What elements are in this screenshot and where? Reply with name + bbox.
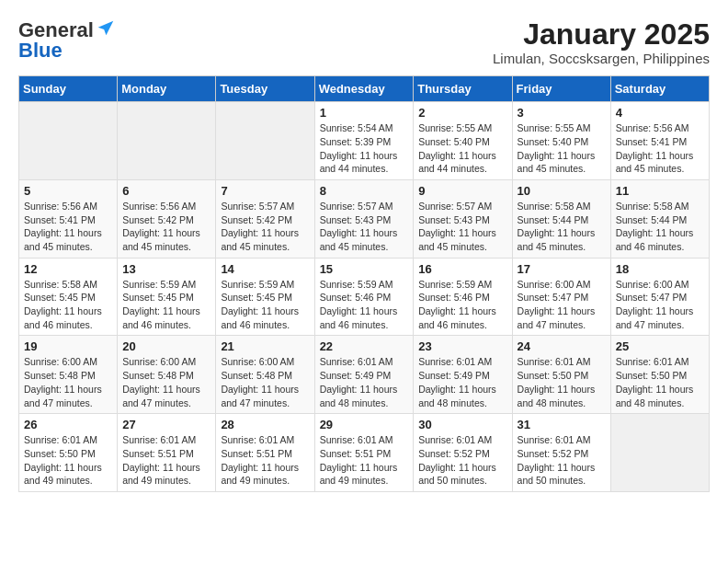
calendar-cell: 9Sunrise: 5:57 AM Sunset: 5:43 PM Daylig…: [414, 179, 512, 258]
day-detail: Sunrise: 5:59 AM Sunset: 5:46 PM Dayligh…: [418, 278, 506, 332]
day-number: 18: [616, 262, 704, 276]
day-number: 13: [122, 262, 210, 276]
page-header: General Blue January 2025 Limulan, Soccs…: [18, 18, 710, 66]
calendar-title: January 2025: [493, 18, 710, 51]
day-number: 24: [518, 339, 606, 353]
week-row-5: 26Sunrise: 6:01 AM Sunset: 5:50 PM Dayli…: [19, 414, 710, 492]
day-detail: Sunrise: 6:01 AM Sunset: 5:50 PM Dayligh…: [616, 355, 704, 409]
calendar-cell: 3Sunrise: 5:55 AM Sunset: 5:40 PM Daylig…: [512, 102, 610, 180]
calendar-cell: 5Sunrise: 5:56 AM Sunset: 5:41 PM Daylig…: [19, 179, 118, 258]
week-row-4: 19Sunrise: 6:00 AM Sunset: 5:48 PM Dayli…: [19, 336, 710, 414]
calendar-cell: [118, 102, 216, 180]
day-detail: Sunrise: 5:58 AM Sunset: 5:45 PM Dayligh…: [24, 278, 112, 332]
day-detail: Sunrise: 6:01 AM Sunset: 5:49 PM Dayligh…: [320, 355, 409, 409]
calendar-cell: 18Sunrise: 6:00 AM Sunset: 5:47 PM Dayli…: [610, 258, 709, 336]
day-number: 21: [221, 339, 309, 353]
day-number: 10: [518, 184, 606, 198]
calendar-cell: 30Sunrise: 6:01 AM Sunset: 5:52 PM Dayli…: [414, 414, 512, 492]
calendar-cell: 28Sunrise: 6:01 AM Sunset: 5:51 PM Dayli…: [216, 414, 314, 492]
day-number: 9: [418, 184, 506, 198]
calendar-cell: 26Sunrise: 6:01 AM Sunset: 5:50 PM Dayli…: [19, 414, 118, 492]
day-number: 31: [518, 418, 606, 431]
day-detail: Sunrise: 6:01 AM Sunset: 5:51 PM Dayligh…: [122, 433, 210, 488]
calendar-cell: 1Sunrise: 5:54 AM Sunset: 5:39 PM Daylig…: [314, 102, 414, 180]
calendar-cell: 22Sunrise: 6:01 AM Sunset: 5:49 PM Dayli…: [314, 336, 414, 414]
day-number: 15: [320, 262, 409, 276]
title-block: January 2025 Limulan, Soccsksargen, Phil…: [493, 18, 710, 66]
calendar-cell: 4Sunrise: 5:56 AM Sunset: 5:41 PM Daylig…: [610, 102, 709, 180]
day-header-thursday: Thursday: [414, 76, 512, 102]
day-number: 23: [418, 339, 506, 353]
calendar-cell: 2Sunrise: 5:55 AM Sunset: 5:40 PM Daylig…: [414, 102, 512, 180]
calendar-cell: 16Sunrise: 5:59 AM Sunset: 5:46 PM Dayli…: [414, 258, 512, 336]
calendar-cell: 27Sunrise: 6:01 AM Sunset: 5:51 PM Dayli…: [118, 414, 216, 492]
day-detail: Sunrise: 5:57 AM Sunset: 5:43 PM Dayligh…: [418, 200, 506, 254]
day-number: 27: [122, 418, 210, 431]
week-row-2: 5Sunrise: 5:56 AM Sunset: 5:41 PM Daylig…: [19, 179, 710, 258]
day-detail: Sunrise: 5:54 AM Sunset: 5:39 PM Dayligh…: [320, 121, 409, 176]
day-detail: Sunrise: 5:59 AM Sunset: 5:46 PM Dayligh…: [320, 278, 409, 332]
day-number: 22: [320, 339, 409, 353]
day-detail: Sunrise: 6:01 AM Sunset: 5:52 PM Dayligh…: [518, 433, 606, 488]
day-number: 14: [221, 262, 309, 276]
calendar-cell: [19, 102, 118, 180]
day-number: 26: [24, 418, 112, 431]
calendar-cell: 17Sunrise: 6:00 AM Sunset: 5:47 PM Dayli…: [512, 258, 610, 336]
day-detail: Sunrise: 6:00 AM Sunset: 5:48 PM Dayligh…: [221, 355, 309, 409]
day-header-monday: Monday: [118, 76, 216, 102]
logo-bird-icon: [96, 18, 116, 39]
calendar-subtitle: Limulan, Soccsksargen, Philippines: [493, 51, 710, 66]
calendar-cell: 25Sunrise: 6:01 AM Sunset: 5:50 PM Dayli…: [610, 336, 709, 414]
calendar-cell: 8Sunrise: 5:57 AM Sunset: 5:43 PM Daylig…: [314, 179, 414, 258]
day-detail: Sunrise: 5:56 AM Sunset: 5:41 PM Dayligh…: [616, 121, 704, 176]
day-detail: Sunrise: 6:01 AM Sunset: 5:52 PM Dayligh…: [418, 433, 506, 488]
calendar-cell: 29Sunrise: 6:01 AM Sunset: 5:51 PM Dayli…: [314, 414, 414, 492]
calendar-cell: [610, 414, 709, 492]
day-number: 29: [320, 418, 409, 431]
day-detail: Sunrise: 6:01 AM Sunset: 5:51 PM Dayligh…: [320, 433, 409, 488]
calendar-cell: 12Sunrise: 5:58 AM Sunset: 5:45 PM Dayli…: [19, 258, 118, 336]
day-number: 4: [616, 106, 704, 120]
day-number: 5: [24, 184, 112, 198]
day-number: 7: [221, 184, 309, 198]
day-detail: Sunrise: 6:00 AM Sunset: 5:48 PM Dayligh…: [24, 355, 112, 409]
week-row-3: 12Sunrise: 5:58 AM Sunset: 5:45 PM Dayli…: [19, 258, 710, 336]
day-number: 28: [221, 418, 309, 431]
day-number: 2: [418, 106, 506, 120]
calendar-cell: 19Sunrise: 6:00 AM Sunset: 5:48 PM Dayli…: [19, 336, 118, 414]
day-header-saturday: Saturday: [610, 76, 709, 102]
calendar-cell: 11Sunrise: 5:58 AM Sunset: 5:44 PM Dayli…: [610, 179, 709, 258]
day-detail: Sunrise: 5:56 AM Sunset: 5:42 PM Dayligh…: [122, 200, 210, 254]
day-header-tuesday: Tuesday: [216, 76, 314, 102]
day-detail: Sunrise: 6:01 AM Sunset: 5:50 PM Dayligh…: [518, 355, 606, 409]
day-number: 20: [122, 339, 210, 353]
day-detail: Sunrise: 6:01 AM Sunset: 5:50 PM Dayligh…: [24, 433, 112, 488]
calendar-cell: 23Sunrise: 6:01 AM Sunset: 5:49 PM Dayli…: [414, 336, 512, 414]
calendar-cell: 21Sunrise: 6:00 AM Sunset: 5:48 PM Dayli…: [216, 336, 314, 414]
day-detail: Sunrise: 6:00 AM Sunset: 5:48 PM Dayligh…: [122, 355, 210, 409]
day-detail: Sunrise: 6:00 AM Sunset: 5:47 PM Dayligh…: [518, 278, 606, 332]
day-header-sunday: Sunday: [19, 76, 118, 102]
day-detail: Sunrise: 6:00 AM Sunset: 5:47 PM Dayligh…: [616, 278, 704, 332]
day-detail: Sunrise: 6:01 AM Sunset: 5:51 PM Dayligh…: [221, 433, 309, 488]
day-header-wednesday: Wednesday: [314, 76, 414, 102]
calendar-cell: 10Sunrise: 5:58 AM Sunset: 5:44 PM Dayli…: [512, 179, 610, 258]
day-detail: Sunrise: 6:01 AM Sunset: 5:49 PM Dayligh…: [418, 355, 506, 409]
day-detail: Sunrise: 5:56 AM Sunset: 5:41 PM Dayligh…: [24, 200, 112, 254]
logo: General Blue: [18, 18, 116, 63]
calendar-cell: 15Sunrise: 5:59 AM Sunset: 5:46 PM Dayli…: [314, 258, 414, 336]
day-number: 11: [616, 184, 704, 198]
calendar-cell: 14Sunrise: 5:59 AM Sunset: 5:45 PM Dayli…: [216, 258, 314, 336]
day-number: 19: [24, 339, 112, 353]
calendar-header-row: SundayMondayTuesdayWednesdayThursdayFrid…: [19, 76, 710, 102]
calendar-cell: 7Sunrise: 5:57 AM Sunset: 5:42 PM Daylig…: [216, 179, 314, 258]
day-header-friday: Friday: [512, 76, 610, 102]
week-row-1: 1Sunrise: 5:54 AM Sunset: 5:39 PM Daylig…: [19, 102, 710, 180]
calendar-cell: 24Sunrise: 6:01 AM Sunset: 5:50 PM Dayli…: [512, 336, 610, 414]
day-detail: Sunrise: 5:57 AM Sunset: 5:42 PM Dayligh…: [221, 200, 309, 254]
day-number: 12: [24, 262, 112, 276]
day-detail: Sunrise: 5:55 AM Sunset: 5:40 PM Dayligh…: [418, 121, 506, 176]
calendar-cell: [216, 102, 314, 180]
day-number: 6: [122, 184, 210, 198]
day-detail: Sunrise: 5:58 AM Sunset: 5:44 PM Dayligh…: [518, 200, 606, 254]
